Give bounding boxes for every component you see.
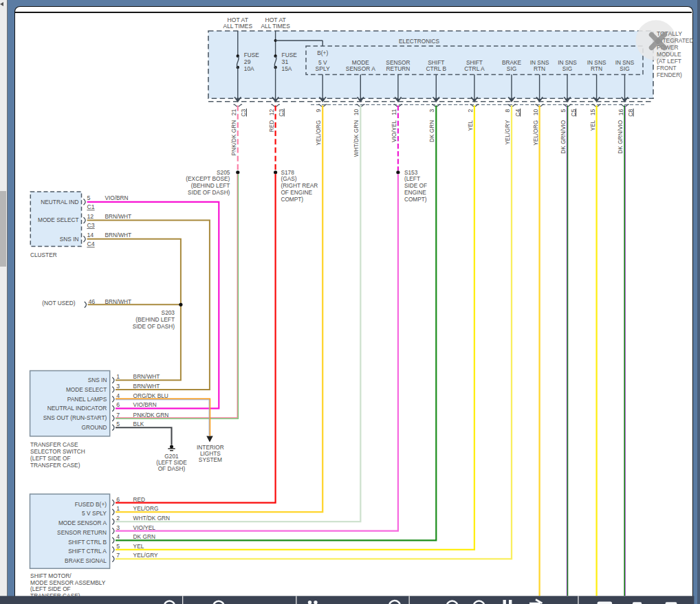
svg-text:(BEHIND LEFT: (BEHIND LEFT [135,316,175,323]
svg-text:11: 11 [391,109,397,115]
svg-text:5: 5 [87,194,90,201]
svg-text:SELECTOR SWITCH: SELECTOR SWITCH [30,448,85,455]
svg-text:OF DASH): OF DASH) [158,465,186,472]
svg-text:10A: 10A [244,65,254,72]
svg-text:SNS OUT (RUN-START): SNS OUT (RUN-START) [43,414,107,421]
svg-text:DK GRN/VIO: DK GRN/VIO [617,120,624,154]
svg-text:5: 5 [116,421,120,427]
svg-text:C3: C3 [278,109,285,116]
svg-text:10: 10 [353,109,360,115]
svg-text:5: 5 [116,543,120,550]
svg-text:(AT LEFT: (AT LEFT [657,58,682,65]
svg-text:6: 6 [116,496,120,503]
svg-text:SENSOR RETURN: SENSOR RETURN [57,529,107,536]
svg-text:VIO/BRN: VIO/BRN [105,194,128,201]
svg-text:YEL: YEL [467,120,474,131]
svg-text:COMPT): COMPT) [404,196,427,203]
svg-text:RETURN: RETURN [386,65,411,72]
svg-text:FUSE: FUSE [282,52,297,58]
svg-text:3: 3 [428,109,435,112]
svg-text:DK GRN: DK GRN [133,533,155,540]
svg-text:(NOT USED): (NOT USED) [42,300,75,306]
svg-text:WHT/DK GRN: WHT/DK GRN [353,120,360,157]
svg-text:PANEL LAMPS: PANEL LAMPS [67,396,107,403]
svg-text:SIDE OF: SIDE OF [404,182,428,189]
svg-text:YEL/ORG: YEL/ORG [133,505,159,512]
svg-text:16: 16 [617,109,624,115]
svg-text:FRONT: FRONT [657,65,677,71]
svg-text:31: 31 [282,58,289,65]
svg-text:FUSED B(+): FUSED B(+) [75,501,107,508]
svg-text:TRANSFER CASE: TRANSFER CASE [30,441,78,448]
svg-text:RTN: RTN [591,65,602,72]
svg-text:YEL/GRY: YEL/GRY [133,552,158,559]
svg-text:BRN/WHT: BRN/WHT [133,383,160,390]
svg-text:SIG: SIG [507,65,516,72]
svg-text:C1: C1 [87,203,94,210]
svg-text:15A: 15A [282,65,292,72]
svg-text:3: 3 [116,524,120,531]
svg-text:SNS IN: SNS IN [88,377,107,383]
svg-text:12: 12 [268,109,275,115]
svg-text:(RIGHT REAR: (RIGHT REAR [281,182,318,189]
svg-text:DK GRN: DK GRN [428,120,435,142]
svg-text:GROUND: GROUND [82,424,107,431]
svg-text:MODE SELECT: MODE SELECT [38,216,79,223]
svg-text:CTRL B: CTRL B [426,65,447,72]
svg-text:(BEHIND LEFT: (BEHIND LEFT [191,182,230,189]
svg-text:PNK/DK GRN: PNK/DK GRN [133,412,169,418]
svg-text:RED: RED [268,120,275,133]
svg-text:CTRL A: CTRL A [464,65,485,72]
svg-text:VIO/YEL: VIO/YEL [391,120,397,142]
svg-text:6: 6 [116,401,120,408]
svg-text:10: 10 [532,109,539,115]
svg-text:OF ENGINE: OF ENGINE [281,189,312,196]
svg-text:21: 21 [230,109,237,115]
svg-text:DK GRN/VIO: DK GRN/VIO [560,120,567,154]
svg-text:BRN/WHT: BRN/WHT [105,232,131,238]
svg-text:(LEFT: (LEFT [404,175,421,182]
svg-text:SPLY: SPLY [316,65,330,72]
svg-text:YEL/ORG: YEL/ORG [532,120,539,146]
svg-text:SNS IN: SNS IN [60,236,79,243]
svg-text:C5: C5 [570,109,577,116]
svg-text:VIO/BRN: VIO/BRN [133,401,157,408]
svg-text:4: 4 [116,533,120,540]
svg-text:ALL TIMES: ALL TIMES [261,23,290,30]
svg-text:FUSE: FUSE [244,52,259,58]
svg-text:1: 1 [116,505,120,512]
svg-text:3: 3 [116,383,120,390]
svg-text:C4: C4 [514,109,521,116]
svg-text:5 V SPLY: 5 V SPLY [82,510,107,517]
svg-text:SHIFT CTRL A: SHIFT CTRL A [68,548,107,555]
svg-text:SHIFT CTRL B: SHIFT CTRL B [68,539,107,546]
svg-text:SIG: SIG [620,65,629,72]
svg-text:29: 29 [244,58,251,65]
svg-text:SIDE OF DASH): SIDE OF DASH) [133,323,175,330]
svg-text:7: 7 [116,412,120,418]
svg-text:(GAS): (GAS) [281,175,296,182]
svg-text:8: 8 [504,109,511,112]
svg-text:VIO/YEL: VIO/YEL [133,524,155,531]
svg-text:S153: S153 [404,169,417,176]
svg-text:15: 15 [589,109,596,115]
svg-text:YEL: YEL [133,543,144,550]
svg-text:SENSOR A: SENSOR A [346,65,375,72]
svg-text:SHIFT MOTOR/: SHIFT MOTOR/ [30,572,72,579]
svg-text:1: 1 [116,373,120,380]
svg-text:4: 4 [116,392,120,399]
svg-text:ALL TIMES: ALL TIMES [223,23,253,30]
svg-text:BRN/WHT: BRN/WHT [133,373,160,380]
svg-text:5: 5 [560,109,567,112]
svg-text:ELECTRONICS: ELECTRONICS [399,38,439,45]
svg-text:SYSTEM: SYSTEM [199,456,222,463]
svg-text:RTN: RTN [534,65,545,72]
svg-text:S178: S178 [281,169,294,176]
svg-text:2: 2 [467,109,474,112]
svg-text:MODULE: MODULE [657,51,681,58]
svg-text:12: 12 [87,213,94,220]
svg-text:YEL/ORG: YEL/ORG [315,120,322,146]
svg-text:2: 2 [116,515,120,522]
svg-text:B(+): B(+) [317,49,328,56]
svg-text:S203: S203 [162,309,175,316]
